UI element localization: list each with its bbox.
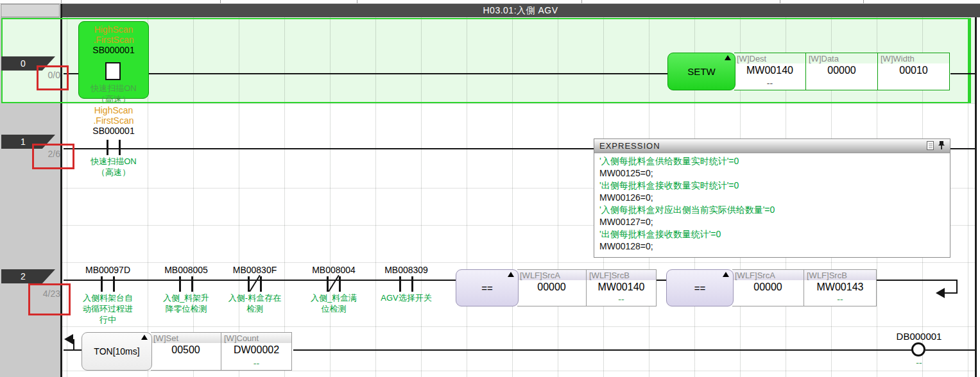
setw-instruction[interactable]: SETW [W]Dest MW00140 -- [W]Data 00000 [W… bbox=[667, 53, 950, 90]
param-srcb[interactable]: [WLF]SrcB MW00143 -- bbox=[804, 269, 877, 306]
grid-horizontal-line bbox=[62, 262, 975, 263]
right-power-rail bbox=[975, 17, 977, 377]
param-data[interactable]: [W]Data 00000 bbox=[806, 53, 878, 90]
param-header: [WLF]SrcA bbox=[517, 270, 586, 280]
wrap-continue-arrow-icon bbox=[936, 288, 945, 298]
grid-horizontal-line bbox=[62, 371, 975, 371]
contact-mb00830f[interactable]: MB00830F 入侧-料盒存在 检测 bbox=[212, 265, 297, 314]
ruler-tick bbox=[61, 0, 62, 3]
compare-label: == bbox=[456, 269, 519, 306]
output-coil[interactable] bbox=[911, 342, 925, 356]
expression-line: '出侧每批料盒接收数量统计'=0 bbox=[599, 228, 945, 240]
collapse-triangle-icon[interactable] bbox=[723, 272, 729, 277]
nc-contact-symbol bbox=[212, 276, 297, 292]
param-srcb[interactable]: [WLF]SrcB MW00140 -- bbox=[587, 269, 657, 306]
instruction-name: == bbox=[481, 283, 493, 294]
contact-comment: 快速扫描ON bbox=[71, 156, 156, 167]
param-sub bbox=[151, 369, 221, 370]
ton-timer-instruction[interactable]: TON[10ms] [W]Set 00500 [W]Count DW00002 … bbox=[82, 332, 292, 371]
contact-comment: AGV选择开关 bbox=[364, 292, 449, 303]
instruction-name: SETW bbox=[687, 66, 715, 77]
device-address: SB000001 bbox=[71, 126, 156, 137]
param-width[interactable]: [W]Width 00010 bbox=[878, 53, 950, 90]
contact-comment: 位检测 bbox=[291, 303, 376, 314]
wrap-in-arrow-icon bbox=[64, 334, 73, 344]
param-sub bbox=[517, 305, 586, 306]
scan-label: HighScan bbox=[79, 24, 148, 35]
contact-comment: 快速扫描ON bbox=[79, 83, 148, 94]
contact-comment: 行中 bbox=[65, 314, 150, 325]
param-srca[interactable]: [WLF]SrcA 00000 bbox=[517, 269, 587, 306]
device-address: SB000001 bbox=[79, 45, 148, 56]
setw-label: SETW bbox=[667, 53, 735, 90]
scan-label: .FirstScan bbox=[71, 115, 156, 126]
ruler-tick bbox=[220, 0, 221, 3]
contact-comment: 入侧料架台自 bbox=[65, 292, 150, 303]
collapse-triangle-icon[interactable] bbox=[725, 55, 731, 60]
param-dest[interactable]: [W]Dest MW00140 -- bbox=[734, 53, 806, 90]
param-value: 00000 bbox=[517, 281, 586, 293]
collapse-triangle-icon[interactable] bbox=[508, 272, 514, 277]
expression-line: MW00125=0; bbox=[599, 167, 945, 180]
param-header: [WLF]SrcB bbox=[587, 270, 656, 280]
param-sub: -- bbox=[734, 78, 805, 90]
compare-equal-instruction-2[interactable]: == [WLF]SrcA 00000 [WLF]SrcB MW00143 -- bbox=[666, 269, 877, 306]
annotation-box-step2 bbox=[28, 283, 71, 315]
annotation-box-step1 bbox=[32, 144, 74, 169]
expression-line: MW00127=0; bbox=[599, 216, 945, 228]
contact-mb00097d[interactable]: MB00097D 入侧料架台自 动循环过程进 行中 bbox=[65, 265, 150, 325]
device-address: MB008309 bbox=[364, 265, 449, 276]
no-contact-symbol bbox=[79, 63, 148, 83]
collapse-triangle-icon[interactable] bbox=[141, 335, 148, 340]
contact-sb000001[interactable]: HighScan .FirstScan SB000001 快速扫描ON （高速） bbox=[71, 105, 156, 178]
param-sub bbox=[806, 88, 877, 90]
param-value: 00000 bbox=[732, 281, 804, 293]
no-contact-symbol bbox=[65, 276, 150, 292]
expression-line: '入侧每批料盒对应出侧当前实际供给数量'=0 bbox=[599, 204, 945, 216]
expression-block[interactable]: EXPRESSION '入侧每批料盒供给数量实时统计'=0 MW00125=0;… bbox=[594, 138, 950, 258]
param-count[interactable]: [W]Count DW00002 -- bbox=[221, 332, 292, 371]
scan-label: .FirstScan bbox=[79, 35, 148, 45]
coil-device-address: DB000001 bbox=[874, 331, 964, 342]
ton-label: TON[10ms] bbox=[82, 332, 152, 371]
param-header: [W]Dest bbox=[734, 53, 805, 63]
wire bbox=[293, 349, 913, 351]
document-icon[interactable] bbox=[927, 141, 934, 150]
device-address: MB00830F bbox=[212, 265, 297, 276]
contact-mb008309[interactable]: MB008309 AGV选择开关 bbox=[364, 265, 449, 303]
expression-title: EXPRESSION bbox=[599, 141, 660, 151]
param-set[interactable]: [W]Set 00500 bbox=[151, 332, 221, 371]
grid-horizontal-line bbox=[62, 103, 975, 104]
param-srca[interactable]: [WLF]SrcA 00000 bbox=[732, 269, 804, 306]
param-header: [W]Width bbox=[878, 53, 949, 63]
compare-equal-instruction-1[interactable]: == [WLF]SrcA 00000 [WLF]SrcB MW00140 -- bbox=[456, 269, 657, 306]
wire bbox=[950, 148, 975, 149]
wire bbox=[64, 73, 667, 74]
param-header: [WLF]SrcB bbox=[804, 270, 876, 280]
contact-comment: （高速） bbox=[79, 94, 148, 105]
wire bbox=[73, 339, 74, 350]
param-value: MW00140 bbox=[587, 281, 656, 293]
wire bbox=[950, 73, 975, 74]
device-address: MB00097D bbox=[65, 265, 150, 276]
wire bbox=[956, 280, 958, 294]
expression-line: '入侧每批料盒供给数量实时统计'=0 bbox=[599, 155, 945, 167]
param-header: [W]Set bbox=[151, 333, 221, 343]
scan-label: HighScan bbox=[71, 105, 156, 115]
contact-sb000001-selected[interactable]: HighScan .FirstScan SB000001 快速扫描ON （高速） bbox=[78, 21, 149, 99]
page-title: H03.01:入側 AGV bbox=[61, 4, 980, 17]
no-contact-symbol bbox=[71, 139, 156, 156]
expression-header: EXPRESSION bbox=[594, 139, 950, 153]
wire bbox=[925, 349, 975, 351]
param-sub: -- bbox=[587, 294, 656, 306]
grid-horizontal-line bbox=[62, 326, 975, 327]
param-value: 00000 bbox=[806, 65, 877, 76]
pin-icon[interactable] bbox=[937, 140, 946, 151]
param-value: MW00143 bbox=[804, 281, 876, 293]
contact-comment: （高速） bbox=[71, 167, 156, 178]
compare-label: == bbox=[666, 269, 734, 306]
no-contact-symbol bbox=[364, 276, 449, 292]
param-sub: -- bbox=[804, 294, 876, 306]
expression-line: '出侧每批料盒接收数量实时统计'=0 bbox=[599, 180, 945, 192]
ruler-tick bbox=[780, 0, 780, 3]
